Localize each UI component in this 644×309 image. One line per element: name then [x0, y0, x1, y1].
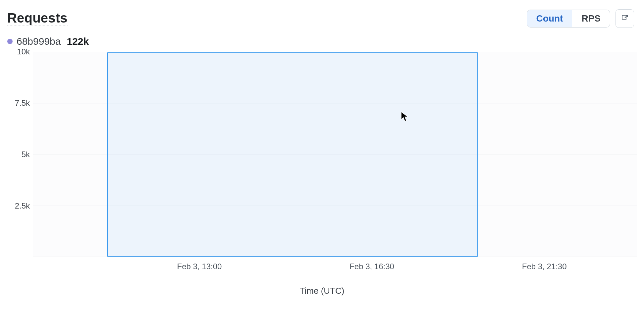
y-tick: 10k: [17, 47, 30, 56]
legend: 68b999ba 122k: [0, 31, 644, 49]
x-tick: Feb 3, 21:30: [522, 262, 567, 271]
x-tick: Feb 3, 13:00: [177, 262, 222, 271]
expand-button[interactable]: [616, 9, 634, 28]
y-tick: 2.5k: [15, 201, 30, 211]
legend-swatch: [7, 39, 13, 44]
tab-count[interactable]: Count: [527, 10, 572, 27]
view-segment[interactable]: Count RPS: [527, 10, 610, 28]
y-axis: 10k 7.5k 5k 2.5k: [3, 52, 33, 257]
expand-icon: [621, 14, 629, 23]
legend-series-id: 68b999ba: [17, 36, 61, 47]
x-axis-title: Time (UTC): [0, 286, 644, 296]
y-tick: 5k: [22, 150, 30, 159]
y-tick: 7.5k: [15, 98, 30, 108]
plot-area[interactable]: [33, 52, 637, 257]
tab-rps[interactable]: RPS: [572, 10, 610, 27]
x-axis: Feb 3, 13:00Feb 3, 16:30Feb 3, 21:30: [33, 259, 637, 276]
page-title: Requests: [7, 11, 68, 26]
x-tick: Feb 3, 16:30: [349, 262, 394, 271]
legend-series-total: 122k: [67, 36, 89, 47]
